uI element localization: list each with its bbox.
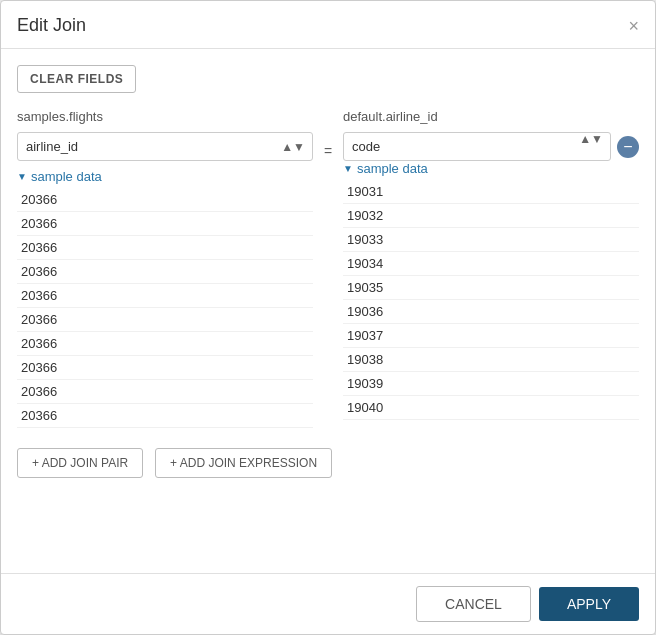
remove-join-pair-button[interactable]: − xyxy=(617,136,639,158)
list-item: 20366 xyxy=(17,188,313,212)
right-field-select[interactable]: code xyxy=(343,132,611,161)
list-item: 20366 xyxy=(17,236,313,260)
modal-header: Edit Join × xyxy=(1,1,655,49)
list-item: 20366 xyxy=(17,380,313,404)
list-item: 19031 xyxy=(343,180,639,204)
list-item: 19033 xyxy=(343,228,639,252)
right-sample-data-label: sample data xyxy=(357,161,428,176)
left-column: samples.flights airline_id ▲▼ ▼ sample d… xyxy=(17,109,313,428)
cancel-button[interactable]: CANCEL xyxy=(416,586,531,622)
left-column-label: samples.flights xyxy=(17,109,313,124)
right-sample-rows: 19031 19032 19033 19034 19035 19036 1903… xyxy=(343,180,639,420)
equals-sign: = xyxy=(313,109,343,159)
join-columns: samples.flights airline_id ▲▼ ▼ sample d… xyxy=(17,109,639,428)
right-toggle-arrow-icon: ▼ xyxy=(343,163,353,174)
right-column-label: default.airline_id xyxy=(343,109,639,124)
clear-fields-button[interactable]: CLEAR FIELDS xyxy=(17,65,136,93)
left-field-select[interactable]: airline_id xyxy=(17,132,313,161)
list-item: 19034 xyxy=(343,252,639,276)
list-item: 19038 xyxy=(343,348,639,372)
list-item: 19039 xyxy=(343,372,639,396)
left-sample-rows: 20366 20366 20366 20366 20366 20366 2036… xyxy=(17,188,313,428)
edit-join-modal: Edit Join × CLEAR FIELDS samples.flights… xyxy=(0,0,656,635)
modal-title: Edit Join xyxy=(17,15,86,36)
list-item: 19032 xyxy=(343,204,639,228)
left-select-wrapper: airline_id ▲▼ xyxy=(17,132,313,161)
right-column: default.airline_id code ▲▼ − ▼ sample da… xyxy=(343,109,639,420)
modal-body: CLEAR FIELDS samples.flights airline_id … xyxy=(1,49,655,573)
list-item: 20366 xyxy=(17,404,313,428)
list-item: 20366 xyxy=(17,356,313,380)
close-button[interactable]: × xyxy=(628,17,639,35)
minus-icon: − xyxy=(623,139,632,155)
modal-footer: CANCEL APPLY xyxy=(1,573,655,634)
left-sample-data-label: sample data xyxy=(31,169,102,184)
list-item: 20366 xyxy=(17,332,313,356)
left-toggle-arrow-icon: ▼ xyxy=(17,171,27,182)
add-join-expression-button[interactable]: + ADD JOIN EXPRESSION xyxy=(155,448,332,478)
right-select-wrapper: code ▲▼ − xyxy=(343,132,639,161)
apply-button[interactable]: APPLY xyxy=(539,587,639,621)
list-item: 20366 xyxy=(17,260,313,284)
list-item: 19037 xyxy=(343,324,639,348)
list-item: 20366 xyxy=(17,284,313,308)
join-actions-section: + ADD JOIN PAIR + ADD JOIN EXPRESSION xyxy=(17,448,639,478)
list-item: 19036 xyxy=(343,300,639,324)
right-sample-data-toggle[interactable]: ▼ sample data xyxy=(343,161,639,176)
list-item: 19040 xyxy=(343,396,639,420)
add-join-pair-button[interactable]: + ADD JOIN PAIR xyxy=(17,448,143,478)
left-sample-data-toggle[interactable]: ▼ sample data xyxy=(17,169,313,184)
list-item: 20366 xyxy=(17,212,313,236)
list-item: 20366 xyxy=(17,308,313,332)
list-item: 19035 xyxy=(343,276,639,300)
